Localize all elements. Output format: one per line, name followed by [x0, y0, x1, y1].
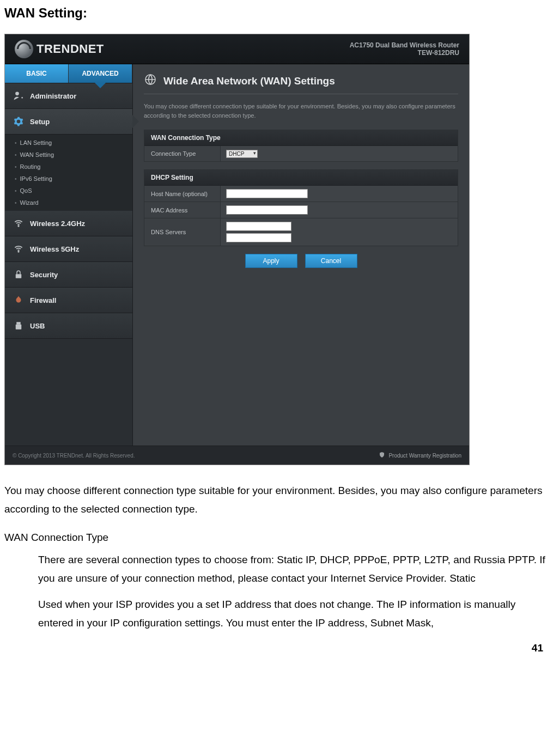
nav-wireless-5[interactable]: Wireless 5GHz: [5, 236, 132, 262]
svg-point-1: [18, 225, 19, 227]
nav-section: Administrator Setup LAN Setting WAN Sett…: [5, 83, 132, 339]
brand: TRENDNET: [15, 40, 104, 58]
main-title: Wide Area Network (WAN) Settings: [163, 75, 335, 87]
doc-para-2: There are several connection types to ch…: [4, 551, 549, 588]
panel-wan-header: WAN Connection Type: [144, 130, 458, 146]
product-info: AC1750 Dual Band Wireless Router TEW-812…: [350, 41, 459, 57]
svg-rect-4: [16, 322, 21, 325]
sub-wan-setting[interactable]: WAN Setting: [5, 149, 132, 161]
nav-firewall-label: Firewall: [30, 296, 56, 304]
panel-dhcp-header: DHCP Setting: [144, 170, 458, 186]
router-footer: © Copyright 2013 TRENDnet. All Rights Re…: [5, 446, 469, 465]
svg-rect-3: [16, 274, 22, 278]
svg-point-0: [15, 92, 19, 96]
gear-icon: [13, 115, 25, 127]
doc-para-3: Used when your ISP provides you a set IP…: [4, 595, 549, 632]
row-hostname: Host Name (optional): [144, 186, 458, 202]
cancel-button[interactable]: Cancel: [305, 254, 357, 268]
product-line: AC1750 Dual Band Wireless Router: [350, 41, 459, 49]
nav-administrator-label: Administrator: [30, 92, 76, 100]
sub-ipv6-setting[interactable]: IPv6 Setting: [5, 173, 132, 185]
sub-qos[interactable]: QoS: [5, 185, 132, 197]
product-model: TEW-812DRU: [350, 49, 459, 57]
panel-wan-row: Connection Type DHCP: [144, 146, 458, 161]
row-mac: MAC Address: [144, 202, 458, 218]
wifi-icon: [13, 217, 25, 229]
doc-subhead: WAN Connection Type: [4, 528, 549, 547]
page-number: 41: [532, 642, 543, 654]
router-screenshot: TRENDNET AC1750 Dual Band Wireless Route…: [4, 34, 470, 465]
nav-security[interactable]: Security: [5, 262, 132, 288]
page-title: WAN Setting:: [4, 5, 549, 21]
user-wrench-icon: [13, 90, 25, 102]
tabs-row: BASIC ADVANCED: [5, 64, 132, 83]
nav-setup[interactable]: Setup: [5, 109, 132, 135]
shield-icon: [379, 452, 385, 459]
svg-rect-5: [16, 325, 22, 330]
router-header: TRENDNET AC1750 Dual Band Wireless Route…: [5, 34, 469, 64]
dns-input-2[interactable]: [226, 233, 291, 242]
svg-point-2: [18, 251, 19, 252]
warranty-label: Product Warranty Registration: [388, 453, 461, 459]
brand-text: TRENDNET: [37, 42, 104, 56]
nav-usb-label: USB: [30, 322, 45, 330]
main-desc: You may choose different connection type…: [144, 102, 458, 120]
router-body: BASIC ADVANCED Administrator Setup: [5, 64, 469, 446]
copyright-text: © Copyright 2013 TRENDnet. All Rights Re…: [13, 453, 135, 459]
mac-label: MAC Address: [144, 202, 221, 218]
panel-wan-connection: WAN Connection Type Connection Type DHCP: [144, 130, 458, 162]
dns-input-1[interactable]: [226, 222, 291, 231]
globe-icon: [144, 73, 157, 89]
apply-button[interactable]: Apply: [245, 254, 297, 268]
main-content: Wide Area Network (WAN) Settings You may…: [133, 64, 469, 446]
sub-wizard[interactable]: Wizard: [5, 197, 132, 209]
lock-icon: [13, 269, 25, 281]
wifi-icon: [13, 243, 25, 255]
mac-input[interactable]: [226, 205, 308, 215]
nav-wireless-24[interactable]: Wireless 2.4GHz: [5, 211, 132, 236]
nav-security-label: Security: [30, 271, 58, 279]
sub-routing[interactable]: Routing: [5, 161, 132, 173]
connection-type-label: Connection Type: [144, 146, 221, 161]
nav-wireless-5-label: Wireless 5GHz: [30, 245, 79, 253]
usb-icon: [13, 320, 25, 332]
brand-logo-icon: [15, 40, 33, 58]
connection-type-select[interactable]: DHCP: [226, 150, 258, 158]
nav-setup-label: Setup: [30, 118, 50, 126]
doc-para-1: You may choose different connection type…: [4, 481, 549, 519]
nav-administrator[interactable]: Administrator: [5, 83, 132, 109]
hostname-label: Host Name (optional): [144, 186, 221, 202]
row-dns: DNS Servers: [144, 218, 458, 246]
warranty-link[interactable]: Product Warranty Registration: [379, 452, 461, 459]
tab-basic[interactable]: BASIC: [5, 64, 69, 83]
main-title-row: Wide Area Network (WAN) Settings: [144, 73, 458, 94]
sub-lan-setting[interactable]: LAN Setting: [5, 137, 132, 149]
nav-firewall[interactable]: Firewall: [5, 288, 132, 313]
document-body-text: You may choose different connection type…: [4, 481, 549, 632]
sidebar: BASIC ADVANCED Administrator Setup: [5, 64, 133, 446]
dns-label: DNS Servers: [144, 218, 221, 246]
nav-setup-sub: LAN Setting WAN Setting Routing IPv6 Set…: [5, 135, 132, 211]
nav-wireless-24-label: Wireless 2.4GHz: [30, 220, 85, 228]
nav-usb[interactable]: USB: [5, 313, 132, 339]
tab-advanced[interactable]: ADVANCED: [69, 64, 132, 83]
panel-dhcp-setting: DHCP Setting Host Name (optional) MAC Ad…: [144, 169, 458, 246]
firewall-icon: [13, 294, 25, 306]
hostname-input[interactable]: [226, 189, 308, 198]
button-row: Apply Cancel: [144, 254, 458, 268]
